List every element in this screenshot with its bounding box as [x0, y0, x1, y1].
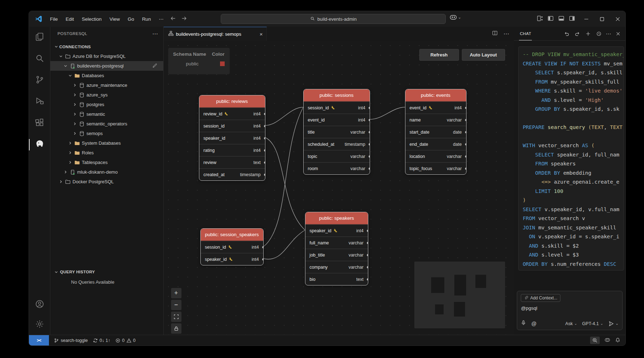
menu-run[interactable]: Run [138, 15, 155, 24]
forward-arrow-icon[interactable] [181, 15, 187, 23]
microphone-icon[interactable] [521, 320, 526, 327]
column-row-topic-focus[interactable]: topic_focusvarchar [405, 162, 466, 174]
tree-item-azure-maintenance[interactable]: azure_maintenance [50, 80, 163, 90]
zoom-out-button[interactable]: − [171, 300, 181, 310]
tree-item-roles[interactable]: Roles [50, 148, 163, 158]
tree-item-databases[interactable]: Databases [50, 71, 163, 80]
column-row-review[interactable]: reviewtext [199, 156, 265, 168]
chat-input-box[interactable]: Add Context... @pgsql @ Ask⌄ GPT-4.1⌄ ⌄ [517, 291, 623, 330]
copilot-menu[interactable]: ⌄ [450, 15, 461, 20]
column-row-bio[interactable]: biotext [305, 273, 368, 285]
toggle-secondary-sidebar-icon[interactable] [569, 15, 575, 23]
lock-button[interactable] [171, 323, 181, 334]
undo-icon[interactable] [563, 31, 570, 36]
tree-item-semantic-operators[interactable]: semantic_operators [50, 119, 163, 129]
column-row-topic[interactable]: topicvarchar [304, 150, 370, 162]
toggle-primary-sidebar-icon[interactable] [548, 15, 554, 23]
refresh-button[interactable]: Refresh [419, 49, 459, 61]
column-row-company[interactable]: companyvarchar [305, 261, 368, 273]
column-row-title[interactable]: titlevarchar [304, 126, 370, 138]
tree-item-azure-sys[interactable]: azure_sys [50, 90, 163, 100]
branch-indicator[interactable]: search-toggle [54, 338, 88, 343]
tree-item-postgres[interactable]: postgres [50, 100, 163, 109]
column-row-event-id[interactable]: event_idint4 [304, 114, 370, 126]
sync-indicator[interactable]: 0↓ 1↑ [93, 338, 110, 343]
sql-code-block[interactable]: -- DROP VIEW mv_semantic_speaker_sCREATE… [518, 46, 624, 270]
problems-indicator[interactable]: 0 0 [115, 338, 136, 343]
column-row-speaker-id[interactable]: speaker_idint4 [201, 253, 263, 265]
close-window-button[interactable] [610, 11, 625, 27]
table-speakers[interactable]: public: speakersspeaker_idint4full_namev… [305, 212, 368, 285]
column-row-speaker-id[interactable]: speaker_idint4 [305, 224, 368, 237]
activity-settings[interactable] [29, 315, 50, 335]
column-row-start-date[interactable]: start_datedate [405, 126, 466, 138]
customize-layout-icon[interactable] [537, 15, 543, 23]
new-chat-icon[interactable] [584, 31, 592, 36]
tree-item-semops[interactable]: semops [50, 129, 163, 138]
chat-more-actions-icon[interactable]: ⋯ [606, 31, 611, 37]
menu-selection[interactable]: Selection [78, 15, 106, 24]
tree-item-docker-postgresql[interactable]: Docker PostgreSQL [50, 177, 163, 187]
back-arrow-icon[interactable] [170, 15, 176, 23]
activity-postgresql[interactable] [29, 134, 50, 155]
column-row-full-name[interactable]: full_namevarchar [305, 237, 368, 249]
fit-view-button[interactable] [171, 312, 181, 322]
column-row-location[interactable]: locationvarchar [405, 150, 466, 162]
remote-indicator[interactable]: >< [29, 335, 49, 345]
copilot-status-icon[interactable] [605, 337, 610, 344]
tab-chat[interactable]: CHAT [519, 27, 532, 40]
table-session_speakers[interactable]: public: session_speakerssession_idint4sp… [200, 228, 264, 265]
tab-schema-visualizer[interactable]: buildevents-postgresql: semops × [164, 27, 267, 41]
auto-layout-button[interactable]: Auto Layout [462, 49, 505, 61]
column-row-created-at[interactable]: created_attimestamp [199, 168, 265, 180]
menu-overflow[interactable]: ⋯ [155, 14, 168, 24]
command-center-search[interactable]: build-events-admin [221, 14, 446, 24]
table-events[interactable]: public: eventsevent_idint4namevarcharsta… [405, 89, 466, 175]
add-context-button[interactable]: Add Context... [521, 294, 560, 302]
tree-item-semantic[interactable]: semantic [50, 109, 163, 119]
column-row-review-id[interactable]: review_idint4 [199, 108, 265, 120]
tree-item-buildevents-postgresql[interactable]: buildevents-postgresql [50, 61, 163, 71]
menu-view[interactable]: View [106, 15, 124, 24]
table-reviews[interactable]: public: reviewsreview_idint4session_idin… [199, 95, 265, 181]
sidebar-more-actions-icon[interactable]: ⋯ [152, 30, 158, 37]
column-row-session-id[interactable]: session_idint4 [304, 101, 370, 114]
column-row-job-title[interactable]: job_titlevarchar [305, 249, 368, 261]
close-chat-icon[interactable] [614, 31, 622, 36]
split-editor-icon[interactable] [492, 30, 498, 37]
mode-dropdown[interactable]: Ask⌄ [565, 321, 577, 326]
tree-item-connections[interactable]: CONNECTIONS [50, 42, 163, 51]
maximize-button[interactable] [594, 11, 610, 27]
chat-input-value[interactable]: @pgsql [521, 305, 619, 311]
tree-item-tablespaces[interactable]: Tablespaces [50, 158, 163, 167]
activity-extensions[interactable] [29, 113, 50, 134]
column-row-end-date[interactable]: end_datedate [405, 138, 466, 150]
tree-item-system-databases[interactable]: System Databases [50, 138, 163, 148]
column-row-rating[interactable]: ratingint4 [199, 144, 265, 156]
redo-icon[interactable] [574, 31, 581, 36]
column-row-room[interactable]: roomvarchar [304, 162, 370, 174]
column-row-scheduled-at[interactable]: scheduled_attimestamp [304, 138, 370, 150]
notifications-bell-icon[interactable] [615, 337, 620, 344]
zoom-in-button[interactable]: + [171, 288, 181, 298]
diagram-minimap[interactable] [414, 262, 505, 328]
activity-account[interactable] [29, 295, 50, 315]
query-history-section[interactable]: QUERY HISTORY [50, 267, 163, 277]
minimize-button[interactable] [578, 11, 594, 27]
toggle-panel-icon[interactable] [558, 15, 564, 23]
activity-search[interactable] [29, 48, 50, 70]
zoom-status-icon[interactable] [590, 337, 600, 344]
column-row-session-id[interactable]: session_idint4 [199, 120, 265, 132]
column-row-speaker-id[interactable]: speaker_idint4 [199, 132, 265, 144]
tree-item-azure-db-for-postgresql[interactable]: Azure DB for PostgreSQL [50, 51, 163, 61]
tab-close-icon[interactable]: × [260, 31, 263, 37]
activity-explorer[interactable] [29, 27, 50, 48]
send-button[interactable]: ⌄ [608, 321, 619, 327]
chat-history-icon[interactable] [595, 31, 603, 36]
schema-canvas[interactable]: Schema Name Color public Refresh Auto La… [164, 41, 514, 335]
column-row-name[interactable]: namevarchar [405, 114, 466, 126]
tree-item-mluk-diskann-demo[interactable]: mluk-diskann-demo [50, 167, 163, 177]
menu-go[interactable]: Go [124, 15, 138, 24]
edit-connection-icon[interactable] [152, 63, 158, 69]
column-row-event-id[interactable]: event_idint4 [405, 101, 466, 114]
